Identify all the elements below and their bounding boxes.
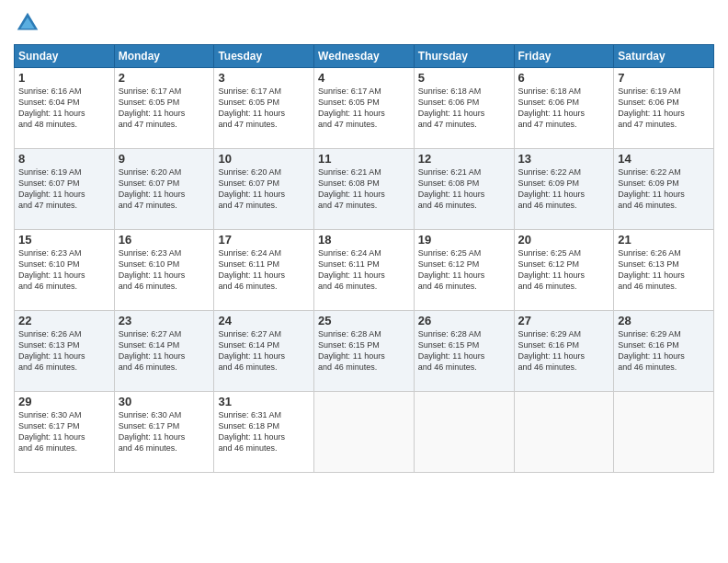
calendar-cell: 24Sunrise: 6:27 AM Sunset: 6:14 PM Dayli… <box>214 311 314 392</box>
calendar-cell: 3Sunrise: 6:17 AM Sunset: 6:05 PM Daylig… <box>214 68 314 149</box>
calendar-cell: 20Sunrise: 6:25 AM Sunset: 6:12 PM Dayli… <box>514 230 614 311</box>
calendar-cell: 21Sunrise: 6:26 AM Sunset: 6:13 PM Dayli… <box>614 230 714 311</box>
calendar-cell: 13Sunrise: 6:22 AM Sunset: 6:09 PM Dayli… <box>514 149 614 230</box>
day-number: 15 <box>18 233 110 247</box>
day-info: Sunrise: 6:21 AM Sunset: 6:08 PM Dayligh… <box>418 167 510 212</box>
calendar-cell: 5Sunrise: 6:18 AM Sunset: 6:06 PM Daylig… <box>414 68 514 149</box>
day-number: 12 <box>418 152 510 166</box>
day-info: Sunrise: 6:27 AM Sunset: 6:14 PM Dayligh… <box>218 328 310 373</box>
calendar-cell: 31Sunrise: 6:31 AM Sunset: 6:18 PM Dayli… <box>214 392 314 473</box>
day-number: 26 <box>418 314 510 327</box>
calendar: SundayMondayTuesdayWednesdayThursdayFrid… <box>14 44 714 473</box>
calendar-cell: 14Sunrise: 6:22 AM Sunset: 6:09 PM Dayli… <box>614 149 714 230</box>
calendar-cell: 12Sunrise: 6:21 AM Sunset: 6:08 PM Dayli… <box>414 149 514 230</box>
calendar-cell: 8Sunrise: 6:19 AM Sunset: 6:07 PM Daylig… <box>15 149 115 230</box>
day-number: 10 <box>218 152 310 166</box>
day-number: 1 <box>18 71 110 85</box>
calendar-day-header: Sunday <box>15 45 115 68</box>
calendar-day-header: Friday <box>514 45 614 68</box>
calendar-cell <box>514 392 614 473</box>
day-info: Sunrise: 6:28 AM Sunset: 6:15 PM Dayligh… <box>318 328 410 373</box>
day-info: Sunrise: 6:31 AM Sunset: 6:18 PM Dayligh… <box>218 409 310 454</box>
day-info: Sunrise: 6:18 AM Sunset: 6:06 PM Dayligh… <box>418 86 510 131</box>
day-number: 17 <box>218 233 310 247</box>
day-info: Sunrise: 6:29 AM Sunset: 6:16 PM Dayligh… <box>518 328 610 373</box>
day-info: Sunrise: 6:23 AM Sunset: 6:10 PM Dayligh… <box>119 247 210 293</box>
calendar-day-header: Monday <box>114 45 214 68</box>
day-number: 31 <box>218 395 310 408</box>
day-number: 11 <box>318 152 410 166</box>
calendar-cell: 2Sunrise: 6:17 AM Sunset: 6:05 PM Daylig… <box>114 68 214 149</box>
day-info: Sunrise: 6:20 AM Sunset: 6:07 PM Dayligh… <box>218 167 310 212</box>
day-number: 22 <box>18 314 110 327</box>
day-number: 28 <box>618 314 710 327</box>
day-info: Sunrise: 6:19 AM Sunset: 6:07 PM Dayligh… <box>18 167 110 212</box>
day-info: Sunrise: 6:25 AM Sunset: 6:12 PM Dayligh… <box>418 247 510 293</box>
calendar-cell: 28Sunrise: 6:29 AM Sunset: 6:16 PM Dayli… <box>614 311 714 392</box>
day-number: 23 <box>119 314 210 327</box>
calendar-cell: 1Sunrise: 6:16 AM Sunset: 6:04 PM Daylig… <box>15 68 115 149</box>
calendar-cell: 16Sunrise: 6:23 AM Sunset: 6:10 PM Dayli… <box>114 230 214 311</box>
calendar-week-row: 22Sunrise: 6:26 AM Sunset: 6:13 PM Dayli… <box>15 311 714 392</box>
calendar-day-header: Tuesday <box>214 45 314 68</box>
calendar-cell: 26Sunrise: 6:28 AM Sunset: 6:15 PM Dayli… <box>414 311 514 392</box>
day-info: Sunrise: 6:27 AM Sunset: 6:14 PM Dayligh… <box>119 328 210 373</box>
calendar-cell <box>414 392 514 473</box>
day-info: Sunrise: 6:24 AM Sunset: 6:11 PM Dayligh… <box>218 247 310 293</box>
day-info: Sunrise: 6:30 AM Sunset: 6:17 PM Dayligh… <box>119 409 210 454</box>
day-info: Sunrise: 6:17 AM Sunset: 6:05 PM Dayligh… <box>318 86 410 131</box>
day-number: 3 <box>218 71 310 85</box>
day-info: Sunrise: 6:16 AM Sunset: 6:04 PM Dayligh… <box>18 86 110 131</box>
day-info: Sunrise: 6:26 AM Sunset: 6:13 PM Dayligh… <box>18 328 110 373</box>
day-number: 13 <box>518 152 610 166</box>
day-info: Sunrise: 6:29 AM Sunset: 6:16 PM Dayligh… <box>618 328 710 373</box>
calendar-cell: 18Sunrise: 6:24 AM Sunset: 6:11 PM Dayli… <box>314 230 415 311</box>
day-info: Sunrise: 6:21 AM Sunset: 6:08 PM Dayligh… <box>318 167 410 212</box>
day-info: Sunrise: 6:17 AM Sunset: 6:05 PM Dayligh… <box>119 86 210 131</box>
logo-icon <box>14 9 41 37</box>
day-number: 24 <box>218 314 310 327</box>
calendar-cell: 23Sunrise: 6:27 AM Sunset: 6:14 PM Dayli… <box>114 311 214 392</box>
calendar-cell <box>314 392 415 473</box>
calendar-week-row: 15Sunrise: 6:23 AM Sunset: 6:10 PM Dayli… <box>15 230 714 311</box>
day-number: 29 <box>18 395 110 408</box>
day-info: Sunrise: 6:24 AM Sunset: 6:11 PM Dayligh… <box>318 247 410 293</box>
day-number: 16 <box>119 233 210 247</box>
calendar-cell: 27Sunrise: 6:29 AM Sunset: 6:16 PM Dayli… <box>514 311 614 392</box>
day-number: 6 <box>518 71 610 85</box>
calendar-cell: 17Sunrise: 6:24 AM Sunset: 6:11 PM Dayli… <box>214 230 314 311</box>
calendar-cell: 29Sunrise: 6:30 AM Sunset: 6:17 PM Dayli… <box>15 392 115 473</box>
day-info: Sunrise: 6:20 AM Sunset: 6:07 PM Dayligh… <box>119 167 210 212</box>
day-info: Sunrise: 6:26 AM Sunset: 6:13 PM Dayligh… <box>618 247 710 293</box>
page: SundayMondayTuesdayWednesdayThursdayFrid… <box>0 0 728 563</box>
calendar-cell: 7Sunrise: 6:19 AM Sunset: 6:06 PM Daylig… <box>614 68 714 149</box>
day-number: 27 <box>518 314 610 327</box>
calendar-week-row: 8Sunrise: 6:19 AM Sunset: 6:07 PM Daylig… <box>15 149 714 230</box>
day-number: 25 <box>318 314 410 327</box>
calendar-day-header: Thursday <box>414 45 514 68</box>
day-number: 4 <box>318 71 410 85</box>
day-info: Sunrise: 6:22 AM Sunset: 6:09 PM Dayligh… <box>518 167 610 212</box>
calendar-cell: 11Sunrise: 6:21 AM Sunset: 6:08 PM Dayli… <box>314 149 415 230</box>
calendar-day-header: Wednesday <box>314 45 415 68</box>
day-number: 30 <box>119 395 210 408</box>
calendar-cell: 4Sunrise: 6:17 AM Sunset: 6:05 PM Daylig… <box>314 68 415 149</box>
logo <box>14 9 45 37</box>
calendar-cell: 15Sunrise: 6:23 AM Sunset: 6:10 PM Dayli… <box>15 230 115 311</box>
calendar-header-row: SundayMondayTuesdayWednesdayThursdayFrid… <box>15 45 714 68</box>
day-number: 7 <box>618 71 710 85</box>
day-info: Sunrise: 6:22 AM Sunset: 6:09 PM Dayligh… <box>618 167 710 212</box>
day-info: Sunrise: 6:17 AM Sunset: 6:05 PM Dayligh… <box>218 86 310 131</box>
day-number: 21 <box>618 233 710 247</box>
day-info: Sunrise: 6:25 AM Sunset: 6:12 PM Dayligh… <box>518 247 610 293</box>
calendar-cell: 25Sunrise: 6:28 AM Sunset: 6:15 PM Dayli… <box>314 311 415 392</box>
day-number: 20 <box>518 233 610 247</box>
calendar-day-header: Saturday <box>614 45 714 68</box>
day-info: Sunrise: 6:30 AM Sunset: 6:17 PM Dayligh… <box>18 409 110 454</box>
calendar-cell: 9Sunrise: 6:20 AM Sunset: 6:07 PM Daylig… <box>114 149 214 230</box>
calendar-cell: 22Sunrise: 6:26 AM Sunset: 6:13 PM Dayli… <box>15 311 115 392</box>
day-info: Sunrise: 6:18 AM Sunset: 6:06 PM Dayligh… <box>518 86 610 131</box>
header <box>14 9 714 37</box>
calendar-cell: 6Sunrise: 6:18 AM Sunset: 6:06 PM Daylig… <box>514 68 614 149</box>
day-number: 19 <box>418 233 510 247</box>
